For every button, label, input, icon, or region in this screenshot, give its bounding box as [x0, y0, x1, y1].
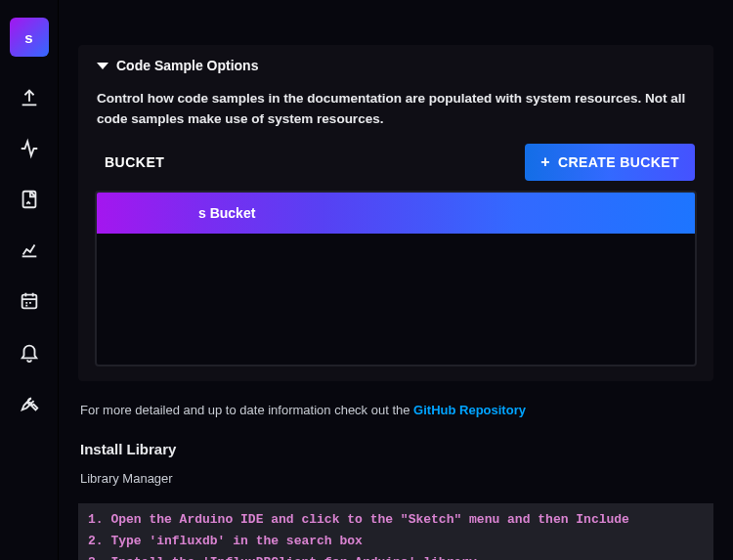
code-line-2: 2. Type 'influxdb' in the search box [88, 534, 363, 548]
panel-description: Control how code samples in the document… [97, 89, 695, 130]
plus-icon: + [540, 154, 550, 170]
wrench-icon [19, 392, 40, 417]
create-bucket-button[interactable]: + CREATE BUCKET [525, 144, 695, 181]
create-bucket-label: CREATE BUCKET [558, 154, 679, 170]
code-instructions: 1. Open the Arduino IDE and click to the… [78, 503, 713, 560]
nav-notebooks[interactable] [8, 180, 51, 223]
nav-ingest[interactable] [8, 78, 51, 121]
code-line-1: 1. Open the Arduino IDE and click to the… [88, 512, 629, 527]
org-logo[interactable]: s [10, 18, 49, 57]
upload-icon [19, 87, 40, 112]
nav-tasks[interactable] [8, 281, 51, 324]
install-library-heading: Install Library [80, 441, 711, 457]
panel-title: Code Sample Options [116, 58, 258, 73]
nav-dashboards[interactable] [8, 231, 51, 274]
nav-alerts[interactable] [8, 332, 51, 375]
sidebar: s [0, 0, 59, 560]
panel-header[interactable]: Code Sample Options [95, 48, 697, 81]
caret-down-icon [97, 63, 108, 69]
pulse-icon [19, 138, 40, 163]
bell-icon [19, 341, 40, 366]
bucket-label: BUCKET [97, 154, 164, 170]
code-line-3: 3. Install the 'InfluxDBClient for Ardui… [88, 555, 477, 560]
more-info-line: For more detailed and up to date informa… [80, 403, 711, 417]
calendar-icon [19, 290, 40, 316]
main-content: Code Sample Options Control how code sam… [59, 0, 733, 560]
notebook-icon [19, 189, 40, 214]
github-repo-link[interactable]: GitHub Repository [413, 403, 526, 417]
nav-explore[interactable] [8, 129, 51, 172]
bucket-row-header: BUCKET + CREATE BUCKET [97, 144, 695, 181]
bucket-selected-row[interactable]: s Bucket [97, 193, 695, 234]
svg-rect-1 [22, 295, 36, 309]
bucket-list: s Bucket [95, 191, 697, 366]
chart-icon [19, 239, 40, 265]
code-sample-options-panel: Code Sample Options Control how code sam… [78, 45, 713, 381]
nav-settings[interactable] [8, 383, 51, 426]
library-manager-subheading: Library Manager [80, 471, 711, 486]
org-logo-letter: s [24, 29, 32, 46]
more-info-prefix: For more detailed and up to date informa… [80, 403, 413, 417]
bucket-selected-name: s Bucket [198, 205, 255, 221]
